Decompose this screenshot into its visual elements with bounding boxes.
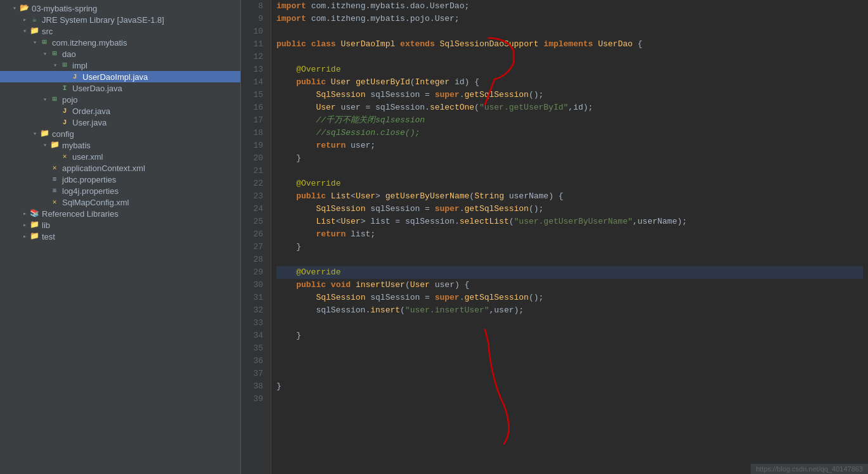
tree-label-userdao: UserDao.java — [72, 84, 122, 93]
code-content[interactable]: import com.itzheng.mybatis.dao.UserDao; … — [271, 0, 868, 474]
code-line-17: //千万不能关闭sqlsession — [276, 114, 863, 127]
ln-28: 28 — [246, 253, 266, 266]
tree-item-src[interactable]: 📁 src — [0, 25, 240, 37]
ln-27: 27 — [246, 241, 266, 253]
xml-icon-appcontext: ✕ — [49, 163, 60, 173]
ln-38: 38 — [246, 380, 266, 393]
tree-item-order[interactable]: J Order.java — [0, 105, 240, 117]
package-icon-com: ⊞ — [39, 37, 49, 48]
ln-9: 9 — [246, 13, 266, 25]
code-line-9: import com.itzheng.mybatis.pojo.User; — [276, 13, 863, 25]
tree-item-userdao[interactable]: I UserDao.java — [0, 82, 240, 94]
code-line-36 — [276, 355, 863, 368]
code-line-38: } — [276, 380, 863, 393]
ln-24: 24 — [246, 203, 266, 215]
tree-label-userxml: user.xml — [72, 152, 103, 162]
xml-icon-sqlmap: ✕ — [49, 197, 60, 207]
tree-label-impl: impl — [72, 61, 87, 70]
props-icon-log4j: ≡ — [49, 186, 60, 196]
code-line-22: @Override — [276, 177, 863, 190]
tree-item-com[interactable]: ⊞ com.itzheng.mybatis — [0, 37, 240, 48]
ln-15: 15 — [246, 89, 266, 101]
tree-label-com: com.itzheng.mybatis — [52, 38, 127, 48]
tree-label-userdaoimpl: UserDaoImpl.java — [82, 72, 148, 82]
ln-25: 25 — [246, 215, 266, 228]
tree-item-userxml[interactable]: ✕ user.xml — [0, 151, 240, 162]
tree-item-dao[interactable]: ⊞ dao — [0, 48, 240, 60]
ln-31: 31 — [246, 291, 266, 304]
code-line-15: SqlSession sqlSession = super.getSqlSess… — [276, 89, 863, 101]
tree-item-sqlmap[interactable]: ✕ SqlMapConfig.xml — [0, 196, 240, 208]
code-line-25: List<User> list = sqlSession.selectList(… — [276, 215, 863, 228]
tree-label-src: src — [42, 27, 53, 36]
tree-item-pojo[interactable]: ⊞ pojo — [0, 94, 240, 105]
tree-arrow-root — [10, 4, 19, 12]
tree-label-jre: JRE System Library [JavaSE-1.8] — [42, 15, 164, 25]
tree-label-config: config — [52, 129, 74, 139]
tree-arrow-dao — [41, 50, 49, 58]
ln-35: 35 — [246, 342, 266, 355]
tree-label-jdbc: jdbc.properties — [62, 175, 116, 184]
code-line-35 — [276, 342, 863, 355]
ln-33: 33 — [246, 317, 266, 330]
tree-item-reflibs[interactable]: 📚 Referenced Libraries — [0, 208, 240, 219]
code-line-10 — [276, 25, 863, 38]
code-line-21 — [276, 165, 863, 177]
tree-arrow-lib — [20, 221, 29, 229]
tree-item-userdaoimpl[interactable]: J UserDaoImpl.java — [0, 71, 240, 82]
status-bar: https://blog.csdn.net/qq_40147863 — [751, 464, 868, 474]
code-line-34: } — [276, 330, 863, 342]
ln-8: 8 — [246, 0, 266, 13]
ln-22: 22 — [246, 177, 266, 190]
code-area: 8 9 10 11 12 13 14 15 16 17 18 19 20 21 … — [241, 0, 868, 474]
tree-item-appcontext[interactable]: ✕ applicationContext.xml — [0, 162, 240, 174]
folder-icon-lib: 📁 — [29, 220, 39, 230]
tree-label-root: 03-mybatis-spring — [32, 4, 97, 13]
ln-19: 19 — [246, 139, 266, 152]
folder-icon-src: 📁 — [29, 26, 39, 36]
code-line-18: //sqlSession.close(); — [276, 127, 863, 139]
java-icon-user: J — [60, 117, 70, 127]
tree-arrow-src — [20, 27, 29, 35]
tree-label-appcontext: applicationContext.xml — [62, 163, 145, 173]
line-numbers: 8 9 10 11 12 13 14 15 16 17 18 19 20 21 … — [241, 0, 271, 474]
tree-item-user[interactable]: J User.java — [0, 117, 240, 128]
folder-icon-root: 📂 — [19, 3, 29, 13]
props-icon-jdbc: ≡ — [49, 174, 60, 184]
tree-item-test[interactable]: 📁 test — [0, 231, 240, 242]
tree-label-dao: dao — [62, 49, 76, 59]
tree-arrow-jre — [20, 16, 29, 23]
tree-arrow-reflibs — [20, 210, 29, 217]
ln-17: 17 — [246, 114, 266, 127]
code-line-24: SqlSession sqlSession = super.getSqlSess… — [276, 203, 863, 215]
ln-32: 32 — [246, 304, 266, 317]
tree-item-log4j[interactable]: ≡ log4j.properties — [0, 185, 240, 196]
status-url: https://blog.csdn.net/qq_40147863 — [756, 465, 863, 473]
tree-item-config[interactable]: 📁 config — [0, 128, 240, 139]
ln-10: 10 — [246, 25, 266, 38]
tree-label-order: Order.java — [72, 106, 110, 116]
ln-12: 12 — [246, 51, 266, 63]
tree-item-jdbc[interactable]: ≡ jdbc.properties — [0, 174, 240, 185]
java-icon-order: J — [60, 106, 70, 116]
ln-34: 34 — [246, 330, 266, 342]
tree-item-lib[interactable]: 📁 lib — [0, 219, 240, 231]
code-line-37 — [276, 368, 863, 380]
code-line-26: return list; — [276, 228, 863, 241]
tree-item-jre[interactable]: ☕ JRE System Library [JavaSE-1.8] — [0, 14, 240, 25]
xml-icon-userxml: ✕ — [60, 151, 70, 162]
package-icon-dao: ⊞ — [49, 49, 60, 59]
code-line-11: public class UserDaoImpl extends SqlSess… — [276, 38, 863, 51]
tree-item-root[interactable]: 📂 03-mybatis-spring — [0, 3, 240, 14]
tree-item-mybatis[interactable]: 📁 mybatis — [0, 139, 240, 151]
code-line-19: return user; — [276, 139, 863, 152]
tree-label-sqlmap: SqlMapConfig.xml — [62, 198, 129, 207]
ln-39: 39 — [246, 393, 266, 406]
tree-item-impl[interactable]: ⊞ impl — [0, 60, 240, 71]
folder-icon-test: 📁 — [29, 231, 39, 241]
folder-icon-mybatis: 📁 — [49, 140, 60, 150]
ln-23: 23 — [246, 190, 266, 203]
file-tree[interactable]: 📂 03-mybatis-spring ☕ JRE System Library… — [0, 0, 241, 474]
reflibs-icon: 📚 — [29, 208, 39, 219]
code-editor[interactable]: 8 9 10 11 12 13 14 15 16 17 18 19 20 21 … — [241, 0, 868, 474]
